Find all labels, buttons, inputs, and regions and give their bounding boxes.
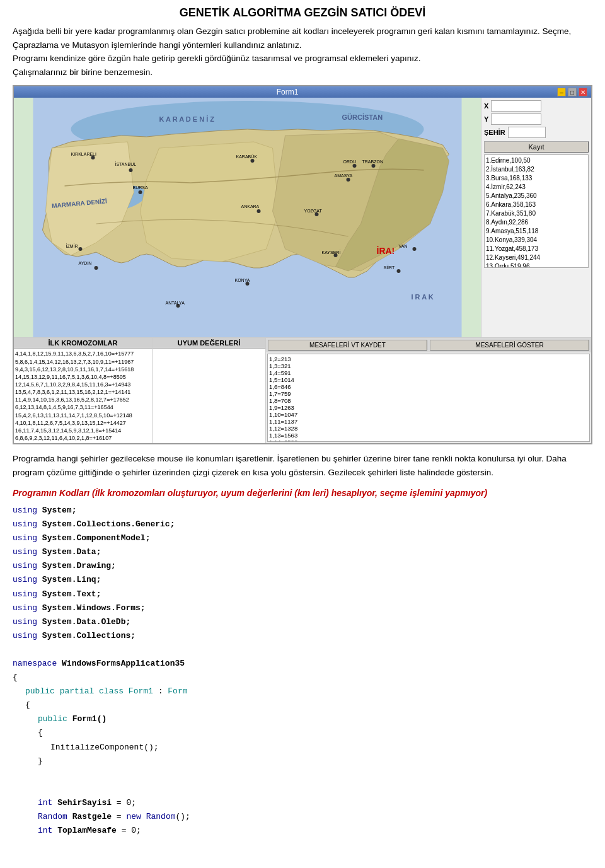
- intro-text-1: Aşağıda belli bir yere kadar programlanm…: [13, 26, 571, 50]
- chromosome-item: 16,11,7,4,15,3,12,14,5,9,3,12,1,8=+15414: [15, 427, 151, 434]
- y-input[interactable]: [491, 113, 541, 125]
- chromosome-item: 12,14,5,6,7,1,10,3,2,9,8,4,15,11,16,3=+1…: [15, 381, 151, 388]
- save-distances-button[interactable]: MESAFELERİ VT KAYDET: [268, 340, 427, 350]
- chromosome-item: 14,15,13,12,9,11,16,7,5,1,3,6,10,4,8=+85…: [15, 373, 151, 381]
- fitness-section: UYUM DEĞERLERİ: [153, 338, 266, 443]
- chromosome-item: 15,4,2,6,13,11,13,11,14,7,1,12,8,5,10=+1…: [15, 412, 151, 419]
- svg-point-11: [79, 247, 83, 251]
- code-using-7: using System.Text;: [13, 587, 592, 601]
- city-list-item: 8.Aydın,92,286: [486, 218, 587, 227]
- results-section: MESAFELERİ VT KAYDET MESAFELERİ GÖSTER 1…: [266, 338, 591, 443]
- show-distances-button[interactable]: MESAFELERİ GÖSTER: [430, 340, 589, 350]
- code-using-1: using System;: [13, 504, 592, 518]
- svg-text:AMASYA: AMASYA: [335, 173, 353, 178]
- code-using-10: using System.Collections;: [13, 629, 592, 643]
- svg-text:İZMİR: İZMİR: [66, 243, 78, 248]
- form-title: Form1: [18, 88, 557, 96]
- result-item: 1,6=846: [269, 383, 588, 390]
- result-item: 1,4=591: [269, 369, 588, 376]
- chromosomes-list: 4,14,1,8,12,15,9,11,13,6,3,5,2,7,16,10=+…: [14, 349, 152, 443]
- description-text: Programda hangi şehirler gezilecekse mou…: [13, 454, 567, 477]
- code-ctor-brace-close: }: [38, 755, 592, 768]
- intro-paragraph: Aşağıda belli bir yere kadar programlanm…: [13, 25, 592, 79]
- x-label: X: [484, 102, 488, 110]
- svg-text:BURSA: BURSA: [133, 185, 148, 190]
- city-list-item: 13.Ordu,519,96: [486, 262, 587, 268]
- chromosomes-section: İLK KROMOZOMLAR 4,14,1,8,12,15,9,11,13,6…: [14, 338, 153, 443]
- result-item: 1,13=1563: [269, 432, 588, 439]
- result-item: 1,11=1137: [269, 418, 588, 425]
- maximize-button[interactable]: □: [568, 88, 577, 96]
- svg-text:YOZGAT: YOZGAT: [304, 209, 323, 213]
- svg-marker-5: [141, 142, 279, 262]
- code-namespace: namespace WindowsFormsApplication35: [13, 657, 592, 671]
- chromosome-item: 4,10,1,8,11,2,6,7,5,14,3,9,13,15,12=+144…: [15, 419, 151, 427]
- code-class: public partial class Form1 : Form: [25, 685, 592, 698]
- city-list-item: 2.İstanbul,163,82: [486, 165, 587, 174]
- result-item: 1,8=708: [269, 397, 588, 404]
- code-heading: Programın Kodları (İlk kromozomları oluş…: [13, 486, 592, 500]
- city-list-item: 3.Bursa,168,133: [486, 174, 587, 183]
- chromosome-item: 6,12,13,14,8,1,4,5,9,16,7,3,11=+16544: [15, 403, 151, 411]
- svg-text:İSTANBUL: İSTANBUL: [115, 161, 137, 166]
- svg-text:ANTALYA: ANTALYA: [166, 301, 185, 305]
- right-panel: X Y ŞEHİR Kayıt 1.Edirne,100,502.İstanbu…: [481, 98, 591, 337]
- svg-text:I R A K: I R A K: [412, 293, 434, 301]
- code-using-8: using System.Windows.Forms;: [13, 601, 592, 615]
- map-area: KIRKLARELI İSTANBUL BURSA İZMİR ANTALYA …: [14, 98, 481, 337]
- svg-text:SİİRT: SİİRT: [384, 265, 395, 270]
- chromosome-item: 6,8,6,9,2,3,12,11,6,4,10,2,1,8=+16107: [15, 434, 151, 442]
- description-section: Programda hangi şehirler gezilecekse mou…: [13, 452, 592, 479]
- form-titlebar: Form1 – □ ✕: [14, 86, 591, 98]
- code-var1: int SehirSayisi = 0;: [38, 796, 592, 810]
- city-list-item: 12.Kayseri,491,244: [486, 253, 587, 262]
- x-input[interactable]: [491, 100, 541, 112]
- sehir-input[interactable]: [508, 127, 546, 138]
- result-item: 1,3=321: [269, 362, 588, 369]
- chromosomes-header: İLK KROMOZOMLAR: [14, 338, 152, 349]
- svg-point-15: [95, 266, 98, 270]
- y-label: Y: [484, 115, 488, 123]
- form-body: KIRKLARELI İSTANBUL BURSA İZMİR ANTALYA …: [14, 98, 591, 337]
- fitness-header: UYUM DEĞERLERİ: [153, 338, 265, 349]
- results-buttons-row: MESAFELERİ VT KAYDET MESAFELERİ GÖSTER: [266, 338, 591, 352]
- result-item: 1,2=213: [269, 356, 588, 362]
- svg-point-13: [257, 209, 261, 213]
- intro-text-3: Çalışmalarınız bir birine benzemesin.: [13, 67, 153, 77]
- svg-text:KAYSERİ: KAYSERİ: [322, 250, 341, 255]
- city-list: 1.Edirne,100,502.İstanbul,163,823.Bursa,…: [484, 154, 589, 268]
- svg-text:KARABÜK: KARABÜK: [236, 154, 258, 159]
- chromosome-item: 4,14,1,8,12,15,9,11,13,6,3,5,2,7,16,10=+…: [15, 350, 151, 357]
- svg-point-14: [251, 159, 255, 163]
- code-using-4: using System.Data;: [13, 545, 592, 559]
- form-window: Form1 – □ ✕: [13, 85, 592, 444]
- svg-text:K A R A D E N İ Z: K A R A D E N İ Z: [159, 115, 215, 123]
- chromosome-item: 9,4,3,15,6,12,13,2,8,10,5,11,16,1,7,14=+…: [15, 366, 151, 373]
- svg-point-20: [353, 164, 357, 168]
- close-button[interactable]: ✕: [579, 88, 587, 96]
- city-list-item: 1.Edirne,100,50: [486, 156, 587, 165]
- code-using-9: using System.Data.OleDb;: [13, 615, 592, 629]
- svg-point-10: [139, 190, 142, 194]
- svg-text:AYDIN: AYDIN: [79, 261, 92, 265]
- intro-text-2: Programı kendinize göre özgün hale getir…: [13, 54, 421, 63]
- svg-text:TRABZON: TRABZON: [362, 159, 383, 164]
- code-using-2: using System.Collections.Generic;: [13, 518, 592, 531]
- result-item: 1,10=1047: [269, 411, 588, 418]
- code-brace-open: {: [13, 671, 592, 685]
- code-using-6: using System.Linq;: [13, 573, 592, 587]
- svg-text:ANKARA: ANKARA: [241, 204, 260, 209]
- result-item: 1,14=2508: [269, 439, 588, 442]
- chromosome-item: 13,5,4,7,8,3,6,1,2,11,13,15,16,2,12,1=+1…: [15, 388, 151, 396]
- code-class-brace-open: {: [25, 698, 592, 712]
- svg-point-21: [413, 247, 417, 251]
- svg-text:ORDU: ORDU: [343, 159, 357, 164]
- kayit-button[interactable]: Kayıt: [484, 141, 589, 153]
- page-container: GENETİK ALGORİTMA GEZGİN SATICI ÖDEVİ Aş…: [0, 0, 605, 849]
- result-item: 1,9=1263: [269, 404, 588, 411]
- results-list: 1,2=2131,3=3211,4=5911,5=10141,6=8461,7=…: [267, 354, 590, 442]
- svg-text:VAN: VAN: [399, 244, 408, 248]
- minimize-button[interactable]: –: [557, 88, 566, 96]
- code-var2: Random Rastgele = new Random();: [38, 810, 592, 824]
- code-block: using System; using System.Collections.G…: [13, 504, 592, 838]
